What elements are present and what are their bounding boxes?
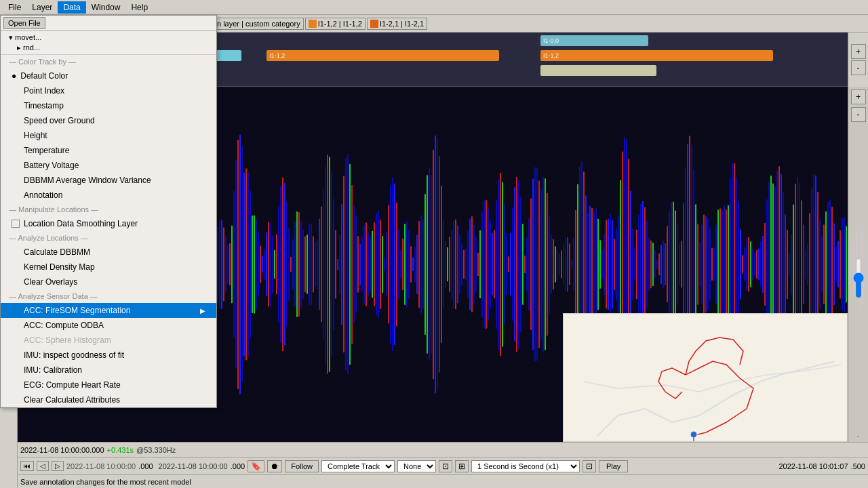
bottom-controls: ⏮ ◁ ▷ 2022-11-08 10:00:00 .000 2022-11-0… <box>18 457 868 474</box>
tree-item-movet[interactable]: ▾ movet... <box>6 33 211 43</box>
dropdown-item-kernel-density[interactable]: Kernel Density Map <box>1 260 216 274</box>
dropdown-item-annotation[interactable]: Annotation <box>1 188 216 203</box>
dropdown-item-clear-overlays[interactable]: Clear Overlays <box>1 274 216 289</box>
end-ms-display: .000 <box>231 462 245 470</box>
dropdown-item-height[interactable]: Height <box>1 128 216 143</box>
nav-first-button[interactable]: ⏮ <box>20 461 34 471</box>
dropdown-item-temperature[interactable]: Temperature <box>1 143 216 158</box>
track-block-3a <box>540 65 656 76</box>
menu-window[interactable]: Window <box>86 1 126 14</box>
zoom-min-label: - <box>857 433 859 439</box>
nav-forward-button[interactable]: ▷ <box>52 461 64 471</box>
timeline-bar: 2022-11-08 10:00:00.000 +0.431s @53.330H… <box>18 442 868 457</box>
waveform-zoom-controls: + - - <box>848 87 868 442</box>
timeline-freq: @53.330Hz <box>136 446 176 454</box>
nav-back-button[interactable]: ◁ <box>37 461 49 471</box>
zoom-in-button[interactable]: + <box>851 44 866 59</box>
tree-item-rnd[interactable]: ▸ rnd... <box>6 43 211 53</box>
timeline-current-time: 2022-11-08 10:00:00.000 <box>20 446 104 454</box>
dropdown-item-imu-calibration[interactable]: IMU: Calibration <box>1 363 216 378</box>
zoom-slider[interactable] <box>853 258 864 298</box>
layer-i3[interactable]: I1-1,2 | I1-1,2 <box>305 18 366 30</box>
menu-help[interactable]: Help <box>125 1 153 14</box>
fit-button[interactable]: ⊡ <box>439 460 452 472</box>
map-area <box>563 313 848 442</box>
dropdown-item-battery[interactable]: Battery Voltage <box>1 158 216 173</box>
dropdown-manipulate-header: — Manipulate Locations — <box>1 203 216 216</box>
play-button[interactable]: Play <box>599 460 628 472</box>
complete-track-select[interactable]: Complete Track <box>321 460 395 472</box>
status-bar: Save annotation changes for the most rec… <box>18 474 868 488</box>
dropdown-overlay: Open File ▾ movet... ▸ rnd... — Color Tr… <box>0 15 217 408</box>
bullet-icon: ● <box>12 71 16 81</box>
dropdown-menu: Open File ▾ movet... ▸ rnd... — Color Tr… <box>0 15 217 408</box>
status-text: Save annotation changes for the most rec… <box>20 478 191 486</box>
dropdown-item-default-color[interactable]: ● Default Color <box>1 68 216 83</box>
dropdown-item-smoothing[interactable]: Location Data Smoothing Layer <box>1 216 216 231</box>
submenu-arrow-icon: ▶ <box>200 307 205 314</box>
track-block-2c: I1-1,2 <box>540 50 773 61</box>
timeline-offset: +0.431s <box>107 446 134 454</box>
track-zoom-controls: + - <box>848 33 868 87</box>
dropdown-item-point-index[interactable]: Point Index <box>1 83 216 98</box>
dropdown-item-calc-dbbmm[interactable]: Calculate DBBMM <box>1 245 216 260</box>
dropdown-item-timestamp[interactable]: Timestamp <box>1 98 216 113</box>
dropdown-item-ecg[interactable]: ECG: Compute Heart Rate <box>1 378 216 392</box>
map-svg <box>564 314 847 441</box>
layer-i4[interactable]: I1-2,1 | I1-2,1 <box>367 18 427 30</box>
track-block-2b: I1-1,2 <box>267 50 499 61</box>
waveform-zoom-out-button[interactable]: - <box>851 107 866 122</box>
speed-fit-button[interactable]: ⊡ <box>583 460 596 472</box>
zoom-slider-container <box>853 125 864 430</box>
layer-color-i3 <box>309 20 317 28</box>
dropdown-item-firesom[interactable]: ACC: FireSOM Segmentation ▶ <box>1 303 216 318</box>
fit2-button[interactable]: ⊞ <box>455 460 469 472</box>
follow-button[interactable]: Follow <box>285 460 319 472</box>
start-time-display: 2022-11-08 10:00:00 <box>66 462 136 470</box>
zoom-out-button[interactable]: - <box>851 60 866 75</box>
dropdown-color-header: — Color Track by — <box>1 55 216 68</box>
layer-color-i4 <box>370 20 378 28</box>
menu-data[interactable]: Data <box>58 1 85 14</box>
waveform-zoom-in-button[interactable]: + <box>851 89 866 104</box>
dropdown-item-clear-attrs[interactable]: Clear Calculated Attributes <box>1 392 216 407</box>
record-button[interactable]: ⏺ <box>267 460 282 472</box>
menu-file[interactable]: File <box>3 1 26 14</box>
none-select[interactable]: None <box>397 460 436 472</box>
dropdown-item-speed[interactable]: Speed over Ground <box>1 113 216 128</box>
dropdown-item-sphere: ACC: Sphere Histogram <box>1 333 216 348</box>
start-ms-display: .000 <box>138 462 153 470</box>
dropdown-analyze-header: — Analyze Locations — <box>1 231 216 245</box>
end-ms2-display: .500 <box>851 462 865 470</box>
svg-rect-1 <box>564 314 847 441</box>
bookmark-button[interactable]: 🔖 <box>248 460 264 472</box>
speed-select[interactable]: 1 Second is Second (x1) <box>471 460 580 472</box>
end-time2-display: 2022-11-08 10:01:07 <box>631 462 848 470</box>
end-time-display: 2022-11-08 10:00:00 <box>159 462 228 470</box>
dropdown-sensor-header: — Analyze Sensor Data — <box>1 289 216 303</box>
dropdown-item-odba[interactable]: ACC: Compute ODBA <box>1 318 216 333</box>
open-file-button[interactable]: Open File <box>3 17 45 29</box>
dropdown-item-dbbmm-variance[interactable]: DBBMM Average Window Variance <box>1 173 216 188</box>
smoothing-checkbox[interactable] <box>12 220 20 228</box>
menu-layer[interactable]: Layer <box>26 1 58 14</box>
track-block-1b: I1-0,0 <box>540 35 648 46</box>
menu-bar: File Layer Data Window Help <box>0 0 868 15</box>
dropdown-item-imu-goodness[interactable]: IMU: inspect goodness of fit <box>1 348 216 363</box>
